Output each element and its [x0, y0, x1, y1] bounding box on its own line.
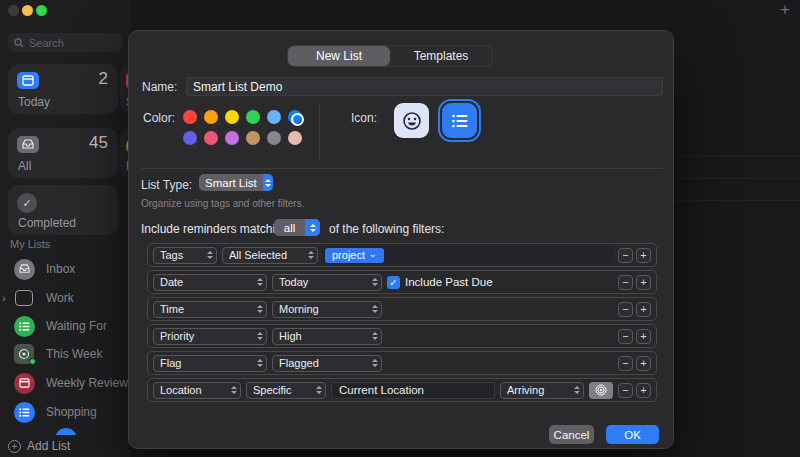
target-icon [14, 344, 34, 364]
stepper-chevrons-icon [368, 305, 381, 313]
matching-mode-dropdown[interactable]: all [274, 219, 320, 236]
tab-templates[interactable]: Templates [390, 46, 492, 66]
today-calendar-icon [17, 72, 39, 89]
list-type-label: List Type: [141, 178, 192, 192]
card-completed[interactable]: ✓ Completed [8, 185, 118, 235]
card-all[interactable]: 45 All [8, 128, 118, 178]
filter-operator-dropdown[interactable]: All Selected [222, 247, 318, 264]
include-past-due-label: Include Past Due [405, 276, 493, 288]
bullet-list-icon [452, 114, 468, 128]
filter-field-dropdown[interactable]: Time [153, 301, 267, 318]
add-filter-button[interactable] [636, 329, 651, 344]
color-swatch-blue-selected[interactable] [288, 110, 302, 124]
all-label: All [18, 159, 31, 173]
name-input[interactable] [186, 77, 663, 96]
color-swatch-red[interactable] [183, 110, 197, 124]
filter-field-dropdown[interactable]: Location [153, 382, 241, 399]
today-label: Today [18, 95, 50, 109]
include-past-due-checkbox[interactable] [387, 276, 400, 289]
stepper-chevrons-icon [305, 219, 320, 236]
filter-row-date: Date Today Include Past Due [147, 270, 657, 294]
sidebar-item-shopping[interactable]: Shopping [0, 399, 128, 425]
color-swatch-tan[interactable] [246, 131, 260, 145]
remove-filter-button[interactable] [618, 248, 633, 263]
filter-field-dropdown[interactable]: Date [153, 274, 267, 291]
add-filter-button[interactable] [636, 275, 651, 290]
remove-filter-button[interactable] [618, 356, 633, 371]
remove-filter-button[interactable] [618, 329, 633, 344]
list-label: Weekly Review [46, 376, 128, 390]
color-swatch-lightblue[interactable] [267, 110, 281, 124]
color-swatch-green[interactable] [246, 110, 260, 124]
color-swatch-orange[interactable] [204, 110, 218, 124]
my-lists-header: My Lists [10, 238, 50, 250]
icon-label: Icon: [351, 111, 377, 125]
add-filter-button[interactable] [636, 248, 651, 263]
search-input[interactable]: Search [8, 33, 122, 52]
color-swatch-pink[interactable] [204, 131, 218, 145]
color-swatch-purple[interactable] [225, 131, 239, 145]
color-swatch-gray[interactable] [267, 131, 281, 145]
add-filter-button[interactable] [636, 356, 651, 371]
emoji-icon-button[interactable] [394, 103, 429, 138]
target-icon [595, 384, 607, 396]
filter-operator-dropdown[interactable]: Today [272, 274, 382, 291]
filter-field-dropdown[interactable]: Tags [153, 247, 217, 264]
bullet-list-icon [14, 316, 35, 337]
filter-field-dropdown[interactable]: Flag [153, 355, 267, 372]
location-input[interactable]: Current Location [331, 382, 495, 399]
filter-row-priority: Priority High [147, 324, 657, 348]
sidebar-item-this-week[interactable]: This Week [0, 341, 128, 367]
sidebar-item-waiting-for[interactable]: Waiting For [0, 313, 128, 339]
window-close-button[interactable] [8, 5, 19, 16]
filter-field-dropdown[interactable]: Priority [153, 328, 267, 345]
remove-filter-button[interactable] [618, 302, 633, 317]
list-label: Work [46, 291, 74, 305]
window-zoom-button[interactable] [36, 5, 47, 16]
stepper-chevrons-icon [312, 386, 325, 394]
color-swatch-yellow[interactable] [225, 110, 239, 124]
stepper-chevrons-icon [304, 251, 317, 259]
add-filter-button[interactable] [636, 383, 651, 398]
current-location-button[interactable] [589, 382, 613, 399]
bullet-list-icon [14, 402, 35, 423]
list-label: This Week [46, 347, 102, 361]
color-swatch-indigo[interactable] [183, 131, 197, 145]
remove-filter-button[interactable] [618, 383, 633, 398]
ok-button[interactable]: OK [606, 425, 659, 444]
filter-operator-dropdown[interactable]: High [272, 328, 382, 345]
filter-row-time: Time Morning [147, 297, 657, 321]
list-type-dropdown[interactable]: Smart List [199, 174, 273, 191]
add-filter-button[interactable] [636, 302, 651, 317]
completed-label: Completed [18, 216, 76, 230]
filter-operator-dropdown[interactable]: Morning [272, 301, 382, 318]
card-today[interactable]: 2 Today [8, 64, 118, 114]
sidebar-item-work[interactable]: Work [0, 285, 128, 311]
inbox-tray-icon [14, 259, 35, 280]
add-list-label: Add List [27, 439, 70, 453]
filter-operator-dropdown[interactable]: Specific [246, 382, 326, 399]
new-list-dialog: New List Templates Name: Color: Icon: Li… [128, 30, 674, 449]
filter-operator-dropdown[interactable]: Flagged [272, 355, 382, 372]
disclosure-chevron-icon[interactable] [2, 292, 6, 304]
sidebar-item-inbox[interactable]: Inbox [0, 256, 128, 282]
cancel-button[interactable]: Cancel [549, 425, 594, 444]
tag-token-project[interactable]: project [325, 248, 384, 263]
stepper-chevrons-icon [368, 278, 381, 286]
divider [319, 104, 320, 159]
tab-new-list[interactable]: New List [288, 46, 390, 66]
sidebar-item-weekly-review[interactable]: Weekly Review [0, 370, 128, 396]
filter-row-flag: Flag Flagged [147, 351, 657, 375]
arrival-mode-dropdown[interactable]: Arriving [500, 382, 584, 399]
list-icon-button-selected[interactable] [442, 103, 477, 138]
tag-token-field[interactable]: project [323, 247, 613, 264]
remove-filter-button[interactable] [618, 275, 633, 290]
stepper-chevrons-icon [368, 359, 381, 367]
name-label: Name: [142, 80, 177, 94]
add-list-button[interactable]: Add List [0, 435, 130, 457]
dialog-tab-bar: New List Templates [287, 45, 493, 67]
window-minimize-button[interactable] [22, 5, 33, 16]
sidebar: Search 2 Today S 45 All Fl ✓ Completed M… [0, 0, 130, 457]
new-reminder-plus-icon[interactable] [780, 0, 790, 20]
color-swatch-rose[interactable] [288, 131, 302, 145]
